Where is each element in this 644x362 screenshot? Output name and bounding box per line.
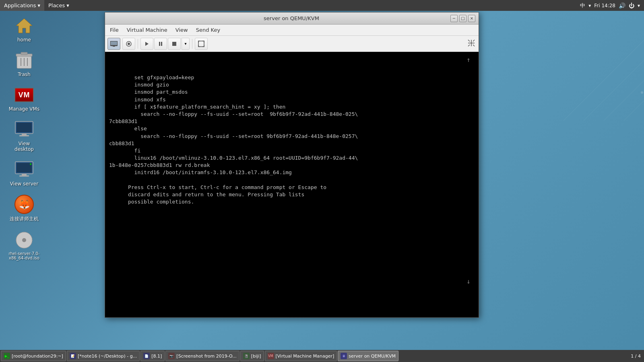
toolbar-left: ▾ [107, 38, 208, 50]
manage-vms-icon: VM [14, 85, 34, 105]
scroll-up-indicator: ↑ [466, 56, 471, 64]
window-controls: − □ × [450, 15, 475, 22]
svg-rect-10 [19, 135, 29, 136]
places-chevron: ▾ [66, 2, 69, 8]
desktop-icons: home Trash VM Mana [8, 16, 40, 260]
trash-icon [14, 51, 34, 70]
svg-rect-8 [17, 123, 32, 132]
taskbar-screenshot[interactable]: 📷 [Screenshot from 2019-O... [165, 351, 239, 361]
toolbar-display-button[interactable] [107, 38, 120, 50]
home-icon-item[interactable]: home [8, 16, 40, 43]
svg-line-39 [468, 45, 470, 46]
view-server-icon-item[interactable]: View server [8, 160, 40, 187]
taskbar-virt-manager-icon: VM [268, 353, 274, 359]
power-icon[interactable]: ⏻ [629, 2, 634, 9]
svg-rect-27 [113, 46, 115, 47]
toolbar-dropdown-button[interactable]: ▾ [182, 38, 190, 50]
clock: Fri 14:28 [594, 3, 615, 8]
svg-point-29 [128, 43, 130, 45]
taskbar-server-qemu[interactable]: 🖥 server on QEMU/KVM [338, 351, 398, 361]
window-menubar: File Virtual Machine View Send Key [105, 25, 479, 36]
taskbar-note16-label: [*note16 (~/Desktop) - g... [78, 354, 137, 359]
taskbar-server-qemu-label: server on QEMU/KVM [349, 354, 396, 359]
taskbar-virt-manager-label: [Virtual Machine Manager] [276, 354, 334, 359]
taskbar-biji[interactable]: 📓 [biji] [240, 351, 264, 361]
taskbar-editor81-icon: 📄 [143, 353, 150, 359]
places-label: Places [48, 2, 65, 8]
rhel-iso-label: rhel-server-7.0-x86_64-dvd.iso [8, 251, 40, 260]
maximize-button[interactable]: □ [459, 15, 466, 22]
window-toolbar: ▾ [105, 36, 479, 52]
applications-chevron: ▾ [37, 2, 40, 8]
taskbar-server-qemu-icon: 🖥 [341, 353, 347, 359]
send-key-menu[interactable]: Send Key [193, 26, 223, 34]
toolbar-fullscreen-button[interactable] [195, 38, 208, 50]
taskbar-screenshot-icon: 📷 [168, 353, 175, 359]
taskbar-terminal[interactable]: ▶_ [root@foundation29:~] [1, 351, 66, 361]
volume-icon[interactable]: 🔊 [619, 2, 625, 9]
window-title: server on QEMU/KVM [132, 15, 450, 21]
view-server-label: View server [10, 181, 38, 187]
file-menu[interactable]: File [107, 26, 122, 34]
svg-rect-15 [19, 175, 29, 177]
input-method-indicator[interactable]: 中 [580, 2, 585, 9]
top-panel-right: 中 ▾ Fri 14:28 🔊 ⏻ ▾ [580, 2, 644, 9]
virtual-machine-menu[interactable]: Virtual Machine [124, 26, 171, 34]
svg-rect-34 [198, 41, 204, 47]
svg-line-22 [624, 101, 644, 121]
panel-chevron: ▾ [588, 3, 591, 8]
desktop-decoration [564, 40, 644, 201]
manage-vms-label: Manage VMs [9, 106, 39, 112]
vm-window: server on QEMU/KVM − □ × File Virtual Ma… [105, 12, 479, 318]
svg-line-20 [584, 60, 644, 121]
rhel-iso-icon-item[interactable]: rhel-server-7.0-x86_64-dvd.iso [8, 230, 40, 260]
manage-vms-icon-item[interactable]: VM Manage VMs [8, 85, 40, 112]
svg-line-21 [604, 80, 644, 121]
settings-chevron[interactable]: ▾ [638, 3, 640, 8]
taskbar-terminal-label: [root@foundation29:~] [12, 354, 63, 359]
taskbar-note16[interactable]: 📝 [*note16 (~/Desktop) - g... [67, 351, 140, 361]
desktop: Applications ▾ Places ▾ 中 ▾ Fri 14:28 🔊 … [0, 0, 644, 362]
applications-label: Applications [4, 2, 36, 8]
connect-teacher-icon: 🦊 [14, 195, 34, 214]
view-menu[interactable]: View [172, 26, 191, 34]
toolbar-play-button[interactable] [140, 38, 153, 50]
svg-point-17 [22, 238, 26, 242]
svg-rect-31 [159, 42, 160, 46]
toolbar-snapshot-button[interactable] [122, 38, 135, 50]
view-desktop-label: View desktop [8, 141, 40, 152]
taskbar: ▶_ [root@foundation29:~] 📝 [*note16 (~/D… [0, 350, 644, 362]
taskbar-biji-icon: 📓 [243, 353, 250, 359]
toolbar-resize-button[interactable] [466, 38, 476, 49]
scroll-down-indicator: ↓ [466, 278, 471, 285]
trash-label: Trash [18, 72, 31, 77]
toolbar-stop-button[interactable] [168, 38, 181, 50]
svg-rect-14 [22, 174, 27, 175]
terminal-text: set gfxpayload=keep insmod gzio insmod p… [109, 74, 475, 206]
svg-line-38 [473, 40, 475, 41]
trash-icon-item[interactable]: Trash [8, 51, 40, 77]
svg-rect-12 [17, 163, 32, 173]
connect-teacher-icon-item[interactable]: 🦊 连接讲师主机 [8, 195, 40, 222]
top-panel-left: Applications ▾ Places ▾ [0, 0, 73, 11]
view-server-icon [14, 160, 34, 179]
toolbar-pause-button[interactable] [154, 38, 167, 50]
minimize-button[interactable]: − [450, 15, 458, 22]
applications-menu[interactable]: Applications ▾ [0, 0, 44, 11]
page-info-label: 1 / 4 [631, 354, 641, 359]
close-button[interactable]: × [468, 15, 475, 22]
svg-rect-32 [161, 42, 162, 46]
taskbar-note16-icon: 📝 [70, 353, 76, 359]
taskbar-editor81[interactable]: 📄 [8.1] [140, 351, 165, 361]
svg-point-13 [30, 163, 31, 165]
places-menu[interactable]: Places ▾ [44, 0, 73, 11]
view-desktop-icon-item[interactable]: View desktop [8, 120, 40, 152]
taskbar-editor81-label: [8.1] [151, 354, 162, 359]
taskbar-virt-manager[interactable]: VM [Virtual Machine Manager] [265, 351, 337, 361]
taskbar-terminal-icon: ▶_ [4, 353, 10, 359]
terminal-content[interactable]: ↑ set gfxpayload=keep insmod gzio insmod… [105, 52, 479, 317]
window-titlebar: server on QEMU/KVM − □ × [105, 12, 479, 25]
svg-rect-33 [172, 42, 176, 46]
svg-marker-0 [16, 19, 32, 33]
svg-rect-26 [111, 41, 117, 45]
